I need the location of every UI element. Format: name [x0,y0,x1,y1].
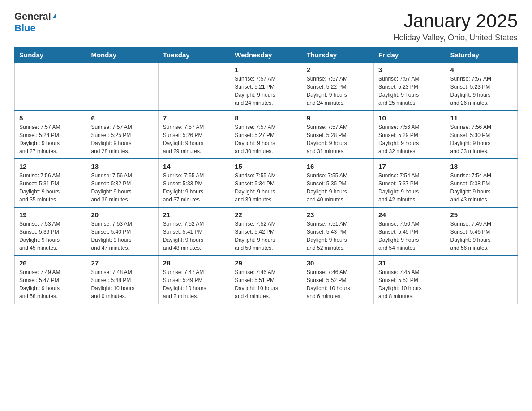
day-number: 13 [91,163,153,170]
calendar-cell: 12Sunrise: 7:56 AM Sunset: 5:31 PM Dayli… [15,159,86,207]
day-info: Sunrise: 7:57 AM Sunset: 5:23 PM Dayligh… [450,75,513,107]
day-info: Sunrise: 7:53 AM Sunset: 5:40 PM Dayligh… [91,220,153,252]
day-info: Sunrise: 7:55 AM Sunset: 5:33 PM Dayligh… [163,171,225,204]
day-info: Sunrise: 7:51 AM Sunset: 5:43 PM Dayligh… [307,220,369,252]
logo-general: General [14,11,51,22]
day-number: 8 [235,114,297,122]
day-number: 21 [163,211,225,218]
calendar-cell: 19Sunrise: 7:53 AM Sunset: 5:39 PM Dayli… [15,207,86,256]
calendar-cell [158,63,230,111]
calendar-week-row: 19Sunrise: 7:53 AM Sunset: 5:39 PM Dayli… [15,207,518,256]
day-info: Sunrise: 7:48 AM Sunset: 5:48 PM Dayligh… [91,268,153,300]
day-number: 23 [307,211,369,218]
logo: General Blue [14,11,56,34]
day-info: Sunrise: 7:56 AM Sunset: 5:30 PM Dayligh… [450,123,513,155]
month-title: January 2025 [394,11,518,31]
calendar-cell [86,63,158,111]
day-info: Sunrise: 7:56 AM Sunset: 5:31 PM Dayligh… [19,171,82,204]
calendar-cell: 25Sunrise: 7:49 AM Sunset: 5:46 PM Dayli… [446,207,517,256]
calendar-table: SundayMondayTuesdayWednesdayThursdayFrid… [14,47,518,304]
day-info: Sunrise: 7:53 AM Sunset: 5:39 PM Dayligh… [19,220,82,252]
day-info: Sunrise: 7:52 AM Sunset: 5:42 PM Dayligh… [235,220,297,252]
calendar-cell [15,63,86,111]
day-info: Sunrise: 7:46 AM Sunset: 5:52 PM Dayligh… [307,268,369,300]
weekday-header-row: SundayMondayTuesdayWednesdayThursdayFrid… [15,47,518,63]
weekday-header-sunday: Sunday [15,47,86,63]
calendar-cell: 10Sunrise: 7:56 AM Sunset: 5:29 PM Dayli… [374,111,446,159]
calendar-week-row: 1Sunrise: 7:57 AM Sunset: 5:21 PM Daylig… [15,63,518,111]
day-number: 18 [450,163,513,170]
calendar-cell: 13Sunrise: 7:56 AM Sunset: 5:32 PM Dayli… [86,159,158,207]
calendar-cell: 4Sunrise: 7:57 AM Sunset: 5:23 PM Daylig… [446,63,517,111]
calendar-cell: 24Sunrise: 7:50 AM Sunset: 5:45 PM Dayli… [374,207,446,256]
day-number: 24 [378,211,441,218]
calendar-cell: 30Sunrise: 7:46 AM Sunset: 5:52 PM Dayli… [302,256,373,304]
day-info: Sunrise: 7:56 AM Sunset: 5:29 PM Dayligh… [378,123,441,155]
day-number: 19 [19,211,82,218]
calendar-cell: 1Sunrise: 7:57 AM Sunset: 5:21 PM Daylig… [230,63,302,111]
day-info: Sunrise: 7:57 AM Sunset: 5:26 PM Dayligh… [163,123,225,155]
day-number: 26 [19,259,82,267]
day-number: 17 [378,163,441,170]
weekday-header-thursday: Thursday [302,47,373,63]
calendar-cell: 3Sunrise: 7:57 AM Sunset: 5:23 PM Daylig… [374,63,446,111]
day-info: Sunrise: 7:56 AM Sunset: 5:32 PM Dayligh… [91,171,153,204]
day-info: Sunrise: 7:57 AM Sunset: 5:27 PM Dayligh… [235,123,297,155]
logo-triangle-icon [52,13,56,18]
calendar-cell: 27Sunrise: 7:48 AM Sunset: 5:48 PM Dayli… [86,256,158,304]
day-number: 9 [307,114,369,122]
day-number: 12 [19,163,82,170]
day-info: Sunrise: 7:52 AM Sunset: 5:41 PM Dayligh… [163,220,225,252]
day-number: 6 [91,114,153,122]
calendar-cell: 28Sunrise: 7:47 AM Sunset: 5:49 PM Dayli… [158,256,230,304]
weekday-header-wednesday: Wednesday [230,47,302,63]
calendar-cell: 9Sunrise: 7:57 AM Sunset: 5:28 PM Daylig… [302,111,373,159]
calendar-cell: 26Sunrise: 7:49 AM Sunset: 5:47 PM Dayli… [15,256,86,304]
day-number: 11 [450,114,513,122]
day-number: 14 [163,163,225,170]
weekday-header-tuesday: Tuesday [158,47,230,63]
day-info: Sunrise: 7:57 AM Sunset: 5:23 PM Dayligh… [378,75,441,107]
day-info: Sunrise: 7:57 AM Sunset: 5:25 PM Dayligh… [91,123,153,155]
day-info: Sunrise: 7:54 AM Sunset: 5:38 PM Dayligh… [450,171,513,204]
calendar-week-row: 5Sunrise: 7:57 AM Sunset: 5:24 PM Daylig… [15,111,518,159]
weekday-header-saturday: Saturday [446,47,517,63]
calendar-cell: 11Sunrise: 7:56 AM Sunset: 5:30 PM Dayli… [446,111,517,159]
calendar-cell: 22Sunrise: 7:52 AM Sunset: 5:42 PM Dayli… [230,207,302,256]
day-number: 16 [307,163,369,170]
day-number: 5 [19,114,82,122]
calendar-cell: 15Sunrise: 7:55 AM Sunset: 5:34 PM Dayli… [230,159,302,207]
day-info: Sunrise: 7:47 AM Sunset: 5:49 PM Dayligh… [163,268,225,300]
calendar-cell: 29Sunrise: 7:46 AM Sunset: 5:51 PM Dayli… [230,256,302,304]
weekday-header-friday: Friday [374,47,446,63]
page-header: General Blue January 2025 Holiday Valley… [14,11,518,43]
day-number: 7 [163,114,225,122]
calendar-week-row: 12Sunrise: 7:56 AM Sunset: 5:31 PM Dayli… [15,159,518,207]
logo-blue: Blue [14,22,36,34]
day-number: 10 [378,114,441,122]
day-info: Sunrise: 7:57 AM Sunset: 5:22 PM Dayligh… [307,75,369,107]
day-info: Sunrise: 7:57 AM Sunset: 5:24 PM Dayligh… [19,123,82,155]
day-number: 4 [450,66,513,73]
day-info: Sunrise: 7:57 AM Sunset: 5:28 PM Dayligh… [307,123,369,155]
calendar-cell: 2Sunrise: 7:57 AM Sunset: 5:22 PM Daylig… [302,63,373,111]
day-number: 28 [163,259,225,267]
calendar-cell: 14Sunrise: 7:55 AM Sunset: 5:33 PM Dayli… [158,159,230,207]
day-number: 2 [307,66,369,73]
day-info: Sunrise: 7:49 AM Sunset: 5:46 PM Dayligh… [450,220,513,252]
calendar-cell: 20Sunrise: 7:53 AM Sunset: 5:40 PM Dayli… [86,207,158,256]
day-number: 3 [378,66,441,73]
calendar-cell: 21Sunrise: 7:52 AM Sunset: 5:41 PM Dayli… [158,207,230,256]
day-number: 25 [450,211,513,218]
day-number: 27 [91,259,153,267]
day-info: Sunrise: 7:55 AM Sunset: 5:34 PM Dayligh… [235,171,297,204]
day-number: 29 [235,259,297,267]
day-info: Sunrise: 7:49 AM Sunset: 5:47 PM Dayligh… [19,268,82,300]
calendar-cell: 8Sunrise: 7:57 AM Sunset: 5:27 PM Daylig… [230,111,302,159]
calendar-cell: 31Sunrise: 7:45 AM Sunset: 5:53 PM Dayli… [374,256,446,304]
calendar-cell: 5Sunrise: 7:57 AM Sunset: 5:24 PM Daylig… [15,111,86,159]
calendar-cell [446,256,517,304]
calendar-cell: 18Sunrise: 7:54 AM Sunset: 5:38 PM Dayli… [446,159,517,207]
day-info: Sunrise: 7:55 AM Sunset: 5:35 PM Dayligh… [307,171,369,204]
day-number: 15 [235,163,297,170]
